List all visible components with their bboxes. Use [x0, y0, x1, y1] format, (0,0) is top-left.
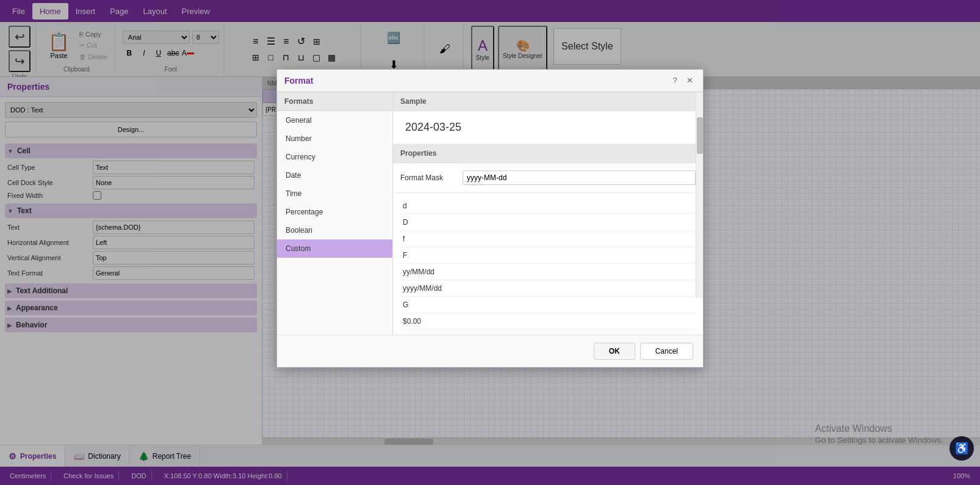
modal-title: Format — [284, 76, 313, 86]
option-currency[interactable]: $0.00 — [400, 313, 696, 330]
option-f[interactable]: f — [400, 231, 696, 247]
format-dialog: Format ? ✕ Formats General Number Curren… — [276, 69, 704, 368]
modal-title-bar: Format ? ✕ — [277, 70, 703, 92]
format-custom[interactable]: Custom — [277, 239, 392, 258]
modal-close-button[interactable]: ✕ — [683, 75, 696, 87]
option-d[interactable]: d — [400, 198, 696, 214]
format-mask-row: Format Mask — [393, 163, 703, 193]
modal-controls: ? ✕ — [669, 75, 696, 87]
format-mask-input[interactable] — [463, 170, 696, 185]
option-yyMMdd[interactable]: yy/MM/dd — [400, 264, 696, 280]
format-number[interactable]: Number — [277, 129, 392, 148]
modal-body: Formats General Number Currency Date Tim… — [277, 92, 703, 335]
sample-header: Sample — [393, 92, 703, 111]
format-options-list: d D f F yy/MM/dd yyyy/MM/dd G $0.00 — [393, 193, 703, 335]
properties-section-header: Properties — [393, 144, 703, 163]
option-G[interactable]: G — [400, 297, 696, 313]
formats-panel: Formats General Number Currency Date Tim… — [277, 92, 393, 335]
modal-scrollbar[interactable] — [696, 92, 703, 298]
modal-help-button[interactable]: ? — [669, 75, 681, 87]
format-date[interactable]: Date — [277, 166, 392, 184]
format-mask-label: Format Mask — [400, 173, 455, 182]
option-yyyyMMdd[interactable]: yyyy/MM/dd — [400, 280, 696, 297]
modal-scrollbar-thumb — [697, 117, 703, 154]
format-boolean[interactable]: Boolean — [277, 221, 392, 239]
sample-panel: Sample 2024-03-25 Properties Format Mask… — [393, 92, 703, 335]
sample-value: 2024-03-25 — [393, 111, 703, 144]
formats-header: Formats — [277, 92, 392, 111]
format-general[interactable]: General — [277, 111, 392, 129]
modal-footer: OK Cancel — [277, 335, 703, 367]
cancel-button[interactable]: Cancel — [640, 343, 693, 360]
format-percentage[interactable]: Percentage — [277, 203, 392, 221]
format-currency[interactable]: Currency — [277, 148, 392, 166]
accessibility-icon: ♿ — [955, 442, 968, 455]
ok-button[interactable]: OK — [594, 343, 635, 360]
accessibility-button[interactable]: ♿ — [949, 436, 974, 461]
format-time[interactable]: Time — [277, 184, 392, 203]
option-D[interactable]: D — [400, 214, 696, 231]
modal-overlay: Format ? ✕ Formats General Number Curren… — [0, 0, 980, 485]
option-F[interactable]: F — [400, 247, 696, 264]
